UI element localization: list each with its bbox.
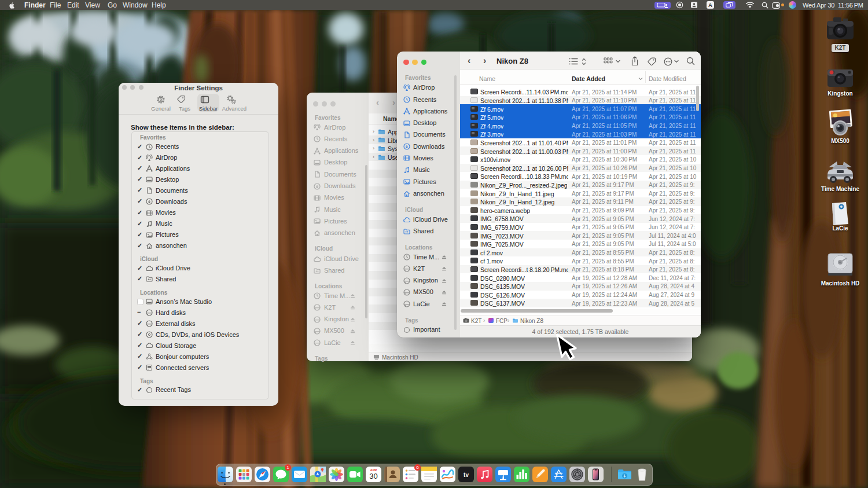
svg-text:30: 30 <box>369 472 377 480</box>
svg-text:tv: tv <box>464 472 469 478</box>
